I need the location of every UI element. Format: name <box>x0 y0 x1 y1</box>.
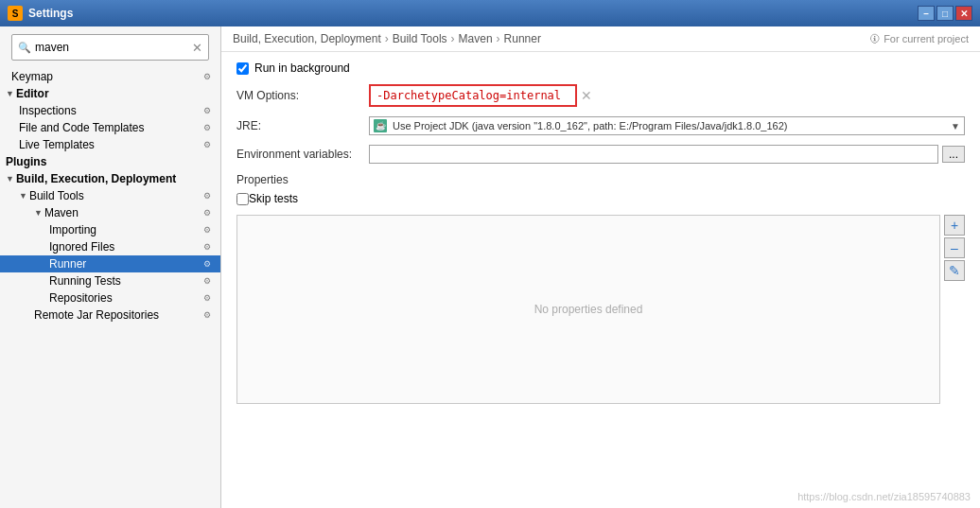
settings-icon: ⚙ <box>200 257 215 271</box>
sidebar-item-remote-jar-repositories[interactable]: Remote Jar Repositories ⚙ <box>0 307 220 324</box>
settings-icon: ⚙ <box>200 70 215 83</box>
sidebar-item-ignored-files[interactable]: Ignored Files ⚙ <box>0 238 220 255</box>
sidebar-item-build-tools[interactable]: ▼ Build Tools ⚙ <box>0 187 220 204</box>
edit-property-button[interactable]: ✎ <box>944 260 965 281</box>
skip-tests-checkbox[interactable] <box>236 193 249 205</box>
jre-label: JRE: <box>236 119 369 132</box>
settings-icon: ⚙ <box>200 189 215 202</box>
add-property-button[interactable]: + <box>944 215 965 236</box>
env-variables-row: Environment variables: ... <box>236 145 965 164</box>
no-properties-text: No properties defined <box>534 303 643 316</box>
minimize-button[interactable]: – <box>918 6 935 21</box>
settings-icon: ⚙ <box>200 240 215 254</box>
breadcrumb-sep-3: › <box>497 32 500 45</box>
breadcrumb-part-3: Maven <box>459 32 493 45</box>
info-icon: 🛈 <box>869 33 880 44</box>
close-button[interactable]: ✕ <box>955 6 972 21</box>
properties-container: No properties defined + – ✎ <box>236 215 965 404</box>
jre-dropdown-arrow: ▼ <box>951 121 960 131</box>
settings-icon: ⚙ <box>200 121 215 134</box>
skip-tests-row: Skip tests <box>236 192 965 205</box>
settings-icon: ⚙ <box>200 308 215 322</box>
vm-options-clear-icon[interactable]: ✕ <box>581 88 592 103</box>
jdk-icon: ☕ <box>374 119 387 132</box>
search-wrap: 🔍 ✕ <box>0 26 220 68</box>
search-box[interactable]: 🔍 ✕ <box>11 34 209 61</box>
vm-options-input[interactable] <box>369 84 577 107</box>
sidebar-item-label: Keymap <box>11 70 53 83</box>
sidebar-item-running-tests[interactable]: Running Tests ⚙ <box>0 272 220 289</box>
env-variables-label: Environment variables: <box>236 148 369 161</box>
run-in-background-label: Run in background <box>254 61 350 75</box>
watermark: https://blog.csdn.net/zia18595740883 <box>797 491 971 502</box>
properties-header: Properties <box>236 173 965 186</box>
search-clear-icon[interactable]: ✕ <box>192 42 202 54</box>
sidebar-item-label: Ignored Files <box>49 240 114 254</box>
sidebar-item-label: Runner <box>49 257 86 271</box>
sidebar-item-live-templates[interactable]: Live Templates ⚙ <box>0 136 220 153</box>
sidebar-item-file-code-templates[interactable]: File and Code Templates ⚙ <box>0 119 220 136</box>
arrow-icon: ▼ <box>6 89 14 98</box>
content-panel: Build, Execution, Deployment › Build Too… <box>221 26 980 508</box>
sidebar-item-plugins[interactable]: Plugins <box>0 153 220 170</box>
app-icon: S <box>8 6 23 21</box>
run-in-background-row: Run in background <box>236 61 965 75</box>
for-project-text: For current project <box>884 33 969 44</box>
breadcrumb: Build, Execution, Deployment › Build Too… <box>221 26 980 52</box>
sidebar-item-importing[interactable]: Importing ⚙ <box>0 221 220 238</box>
settings-icon: ⚙ <box>200 206 215 219</box>
properties-table: No properties defined <box>236 215 940 404</box>
sidebar-item-label: Maven <box>44 206 79 219</box>
sidebar-item-editor[interactable]: ▼ Editor <box>0 85 220 102</box>
skip-tests-label: Skip tests <box>249 192 298 205</box>
sidebar-item-label: Running Tests <box>49 274 121 288</box>
remove-property-button[interactable]: – <box>944 237 965 258</box>
jre-text: Use Project JDK (java version "1.8.0_162… <box>393 120 951 131</box>
properties-buttons: + – ✎ <box>944 215 965 404</box>
sidebar-item-runner[interactable]: Runner ⚙ <box>0 255 220 272</box>
sidebar: 🔍 ✕ Keymap ⚙ ▼ Editor Inspections ⚙ File… <box>0 26 221 508</box>
sidebar-item-label: Editor <box>16 87 49 100</box>
sidebar-item-label: Plugins <box>6 155 46 168</box>
arrow-icon: ▼ <box>34 208 43 218</box>
vm-options-label: VM Options: <box>236 89 369 102</box>
settings-icon: ⚙ <box>200 138 215 151</box>
breadcrumb-part-4: Runner <box>504 32 541 45</box>
main-container: 🔍 ✕ Keymap ⚙ ▼ Editor Inspections ⚙ File… <box>0 26 980 508</box>
settings-icon: ⚙ <box>200 274 215 288</box>
settings-icon: ⚙ <box>200 104 215 117</box>
search-icon: 🔍 <box>18 42 31 54</box>
breadcrumb-part-2: Build Tools <box>393 32 447 45</box>
sidebar-item-build-execution-deployment[interactable]: ▼ Build, Execution, Deployment <box>0 170 220 187</box>
sidebar-item-label: Importing <box>49 223 96 236</box>
sidebar-item-inspections[interactable]: Inspections ⚙ <box>0 102 220 119</box>
maximize-button[interactable]: □ <box>936 6 954 21</box>
vm-options-row: VM Options: ✕ <box>236 84 965 107</box>
settings-icon: ⚙ <box>200 291 215 305</box>
title-bar: S Settings – □ ✕ <box>0 0 980 26</box>
sidebar-item-keymap[interactable]: Keymap ⚙ <box>0 68 220 85</box>
for-project-label: 🛈 For current project <box>869 33 969 44</box>
env-dots-button[interactable]: ... <box>942 146 965 163</box>
breadcrumb-part-1: Build, Execution, Deployment <box>233 32 381 45</box>
sidebar-item-label: Inspections <box>19 104 77 117</box>
sidebar-item-label: Live Templates <box>19 138 95 151</box>
sidebar-item-label: Repositories <box>49 291 113 305</box>
jre-select[interactable]: ☕ Use Project JDK (java version "1.8.0_1… <box>369 116 965 135</box>
settings-icon: ⚙ <box>200 223 215 236</box>
sidebar-item-label: Remote Jar Repositories <box>34 308 159 322</box>
sidebar-item-repositories[interactable]: Repositories ⚙ <box>0 289 220 307</box>
search-input[interactable] <box>35 41 192 54</box>
breadcrumb-sep-1: › <box>385 32 389 45</box>
settings-form: Run in background VM Options: ✕ JRE: ☕ U… <box>221 52 980 508</box>
jre-row: JRE: ☕ Use Project JDK (java version "1.… <box>236 116 965 135</box>
sidebar-item-maven[interactable]: ▼ Maven ⚙ <box>0 204 220 221</box>
env-variables-input[interactable] <box>369 145 938 164</box>
sidebar-item-label: File and Code Templates <box>19 121 145 134</box>
arrow-icon: ▼ <box>19 191 27 201</box>
title-bar-title: Settings <box>28 7 918 20</box>
run-in-background-checkbox[interactable] <box>236 62 249 75</box>
sidebar-item-label: Build, Execution, Deployment <box>16 172 176 185</box>
breadcrumb-sep-2: › <box>451 32 455 45</box>
sidebar-item-label: Build Tools <box>29 189 84 202</box>
